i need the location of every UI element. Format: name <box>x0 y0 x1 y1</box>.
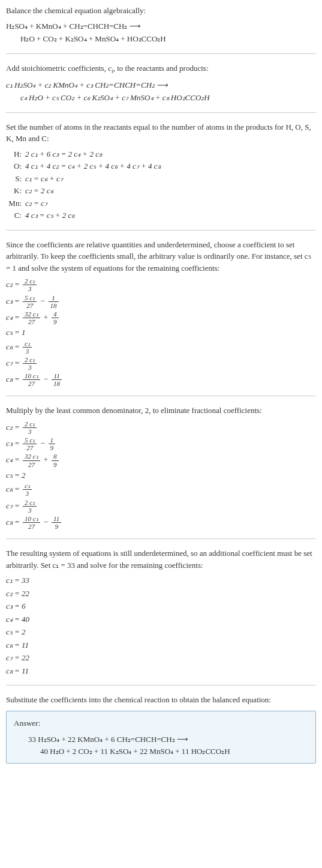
denominator: 3 <box>23 364 37 371</box>
op: + <box>41 455 50 464</box>
coeff-line: c₆ = c₁3 <box>6 482 316 497</box>
fraction: 2 c₁3 <box>23 277 37 292</box>
sub-intro: Substitute the coefficients into the che… <box>6 694 316 706</box>
numerator: 2 c₁ <box>23 420 37 428</box>
atom-row: C:4 c₃ = c₅ + 2 c₈ <box>6 209 316 222</box>
denominator: 18 <box>52 380 62 387</box>
coeff-lhs: c₇ = <box>6 358 22 367</box>
atom-label: Mn: <box>6 197 25 209</box>
numerator: c₁ <box>23 340 32 348</box>
coeff-line: c₂ = 2 c₁3 <box>6 420 316 435</box>
divider <box>6 112 316 113</box>
answer-line-1: 33 H₂SO₄ + 22 KMnO₄ + 6 CH₂=CHCH=CH₂ ⟶ <box>14 734 308 746</box>
fraction: 5 c₁27 <box>23 294 37 309</box>
coeff-lhs: c₈ = <box>6 375 22 384</box>
coeff-lhs: c₃ = <box>6 296 22 305</box>
numerator: c₁ <box>23 482 32 490</box>
atom-eq: c₂ = 2 c₆ <box>25 185 316 197</box>
answer-box: Answer: 33 H₂SO₄ + 22 KMnO₄ + 6 CH₂=CHCH… <box>6 711 316 764</box>
coeff-line: c₅ = 1 <box>6 327 316 339</box>
denominator: 27 <box>23 444 37 451</box>
section-intro: Balance the chemical equation algebraica… <box>6 5 316 45</box>
atom-eq: 2 c₁ + 6 c₃ = 2 c₄ + 2 c₈ <box>25 148 316 160</box>
mult-intro: Multiply by the least common denominator… <box>6 405 316 417</box>
section-sub: Substitute the coefficients into the che… <box>6 694 316 764</box>
atoms-intro: Set the number of atoms in the reactants… <box>6 121 316 145</box>
atom-eq: 4 c₁ + 4 c₂ = c₄ + 2 c₅ + 4 c₆ + 4 c₇ + … <box>25 160 316 172</box>
fraction: 2 c₁3 <box>23 356 37 371</box>
fraction: 118 <box>49 294 59 309</box>
divider <box>6 230 316 231</box>
final-coeff: c₆ = 11 <box>6 639 316 651</box>
numerator: 11 <box>52 515 61 523</box>
numerator: 8 <box>52 453 59 460</box>
atom-label: O: <box>6 160 25 172</box>
stoich-line-1: c₁ H₂SO₄ + c₂ KMnO₄ + c₃ CH₂=CHCH=CH₂ ⟶ <box>6 79 316 91</box>
coeff-value: 2 <box>22 471 26 480</box>
denominator: 27 <box>23 380 40 387</box>
fraction: 10 c₁27 <box>23 372 40 387</box>
answer-label: Answer: <box>14 717 308 729</box>
coeff-lhs: c₄ = <box>6 312 22 321</box>
final-coeff: c₈ = 11 <box>6 665 316 677</box>
fraction: 10 c₁27 <box>23 515 40 530</box>
coeff-line: c₈ = 10 c₁27 − 119 <box>6 515 316 530</box>
coeff-lhs: c₅ = <box>6 328 22 337</box>
denominator: 9 <box>52 523 61 530</box>
under2-intro: The resulting system of equations is sti… <box>6 547 316 571</box>
numerator: 10 c₁ <box>23 515 40 523</box>
section-atoms: Set the number of atoms in the reactants… <box>6 121 316 222</box>
fraction: 2 c₁3 <box>23 420 37 435</box>
denominator: 27 <box>23 302 37 309</box>
atom-row: S:c₁ = c₆ + c₇ <box>6 173 316 185</box>
stoich-intro: Add stoichiometric coefficients, ci, to … <box>6 62 316 76</box>
denominator: 9 <box>52 461 59 468</box>
coeff-lhs: c₂ = <box>6 280 22 289</box>
denominator: 27 <box>23 461 40 468</box>
denominator: 3 <box>23 285 37 292</box>
op: − <box>41 375 50 384</box>
fraction: 2 c₁3 <box>23 499 37 514</box>
denominator: 9 <box>52 318 59 325</box>
denominator: 27 <box>23 523 40 530</box>
op: − <box>41 517 50 526</box>
op: + <box>41 312 50 321</box>
numerator: 2 c₁ <box>23 277 37 285</box>
section-under2: The resulting system of equations is sti… <box>6 547 316 677</box>
atom-row: K:c₂ = 2 c₆ <box>6 185 316 197</box>
numerator: 10 c₁ <box>23 372 40 380</box>
atom-label: S: <box>6 173 25 185</box>
text: , to the reactants and products: <box>113 64 209 73</box>
divider <box>6 396 316 396</box>
atom-row: Mn:c₂ = c₇ <box>6 197 316 209</box>
fraction: 5 c₁27 <box>23 436 37 451</box>
fraction: 19 <box>49 436 56 451</box>
numerator: 1 <box>49 294 59 302</box>
coeff-value: 1 <box>22 328 26 337</box>
text: Add stoichiometric coefficients, <box>6 64 108 73</box>
coeff-lhs: c₂ = <box>6 423 22 432</box>
coeff-line: c₃ = 5 c₁27 − 19 <box>6 436 316 451</box>
fraction: 32 c₁27 <box>23 310 40 325</box>
atom-label: H: <box>6 148 25 160</box>
numerator: 11 <box>52 372 62 380</box>
numerator: 2 c₁ <box>23 499 37 507</box>
coeff-line: c₂ = 2 c₁3 <box>6 277 316 292</box>
final-coeff: c₂ = 22 <box>6 588 316 600</box>
numerator: 32 c₁ <box>23 310 40 318</box>
final-coeff: c₁ = 33 <box>6 574 316 586</box>
coeff-set-2: c₂ = 2 c₁3c₃ = 5 c₁27 − 19c₄ = 32 c₁27 +… <box>6 420 316 530</box>
final-coeff: c₅ = 2 <box>6 626 316 638</box>
atom-table: H:2 c₁ + 6 c₃ = 2 c₄ + 2 c₈ O:4 c₁ + 4 c… <box>6 148 316 222</box>
fraction: 89 <box>52 453 59 468</box>
final-coeff: c₇ = 22 <box>6 652 316 664</box>
final-coeff: c₄ = 40 <box>6 613 316 625</box>
numerator: 32 c₁ <box>23 453 40 460</box>
op: − <box>38 439 47 448</box>
atom-row: O:4 c₁ + 4 c₂ = c₄ + 2 c₅ + 4 c₆ + 4 c₇ … <box>6 160 316 172</box>
numerator: 5 c₁ <box>23 436 37 444</box>
denominator: 3 <box>23 507 37 514</box>
denominator: 3 <box>23 490 32 497</box>
fraction: c₁3 <box>23 340 32 355</box>
fraction: 119 <box>52 515 61 530</box>
